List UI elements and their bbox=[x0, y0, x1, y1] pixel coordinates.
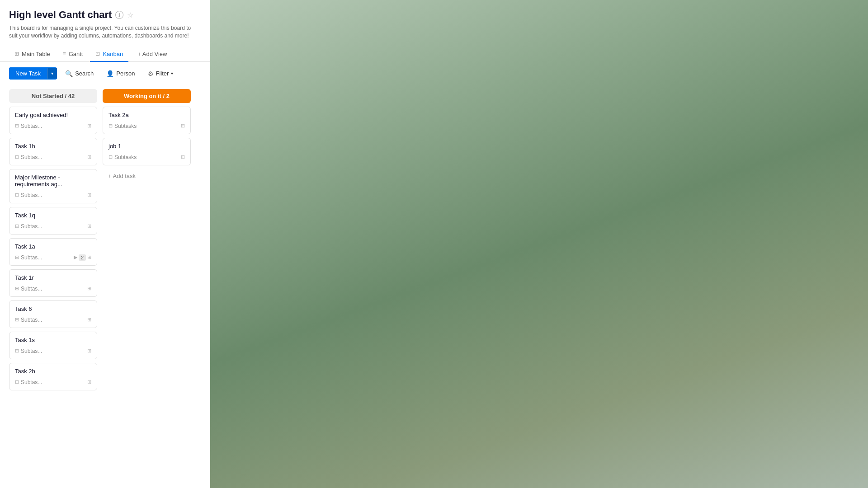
tabs-row: ⊞ Main Table ≡ Gantt ⊡ Kanban + Add View bbox=[0, 47, 210, 62]
subtask-label: ⊟ Subtas... bbox=[15, 154, 42, 160]
subtask-icon: ⊟ bbox=[15, 223, 19, 229]
page-title: High level Gantt chart bbox=[9, 9, 112, 21]
grid-icon: ⊞ bbox=[87, 286, 91, 291]
subtask-count-row: ▶ 2 ⊞ bbox=[74, 254, 91, 261]
new-task-button[interactable]: New Task ▾ bbox=[9, 67, 57, 80]
not-started-task-list: Early goal achieved! ⊟ Subtas... ⊞ Task … bbox=[9, 107, 97, 394]
task-card: Task 2b ⊟ Subtas... ⊞ bbox=[9, 363, 97, 390]
subtask-label: ⊟ Subtas... bbox=[15, 286, 42, 292]
background-image bbox=[210, 0, 868, 488]
task-title: job 1 bbox=[103, 138, 190, 152]
subtask-text: Subtasks bbox=[114, 154, 137, 160]
subtask-label: ⊟ Subtasks bbox=[108, 154, 137, 160]
tab-main-table[interactable]: ⊞ Main Table bbox=[9, 47, 56, 62]
task-title: Task 1h bbox=[9, 138, 97, 152]
add-view-button[interactable]: + Add View bbox=[132, 47, 172, 61]
app-container: High level Gantt chart ℹ ☆ This board is… bbox=[0, 0, 868, 488]
subtask-label: ⊟ Subtas... bbox=[15, 348, 42, 354]
grid-icon: ⊞ bbox=[87, 123, 91, 129]
tab-kanban[interactable]: ⊡ Kanban bbox=[90, 47, 128, 62]
task-subtask-row: ⊟ Subtasks ⊞ bbox=[103, 152, 190, 165]
count-badge: 2 bbox=[79, 254, 86, 261]
filter-button[interactable]: ⚙ Filter ▾ bbox=[143, 67, 178, 80]
task-subtask-row: ⊟ Subtas... ⊞ bbox=[9, 152, 97, 165]
subtask-text: Subtas... bbox=[21, 348, 42, 354]
info-icon[interactable]: ℹ bbox=[115, 11, 123, 19]
task-title: Early goal achieved! bbox=[9, 107, 97, 121]
subtask-text: Subtasks bbox=[114, 123, 137, 129]
tab-kanban-label: Kanban bbox=[103, 51, 123, 57]
add-view-label: + Add View bbox=[137, 51, 167, 57]
subtask-icon: ⊟ bbox=[15, 379, 19, 385]
subtask-text: Subtas... bbox=[21, 192, 42, 198]
person-icon: 👤 bbox=[106, 70, 114, 77]
task-card: Task 2a ⊟ Subtasks ⊞ bbox=[103, 107, 191, 134]
column-working-header: Working on it / 2 bbox=[103, 89, 191, 103]
task-subtask-row: ⊟ Subtas... ⊞ bbox=[9, 315, 97, 328]
grid-icon: ⊞ bbox=[87, 192, 91, 198]
left-panel: High level Gantt chart ℹ ☆ This board is… bbox=[0, 0, 210, 488]
subtask-text: Subtas... bbox=[21, 379, 42, 385]
person-filter-button[interactable]: 👤 Person bbox=[102, 67, 139, 80]
add-task-label: + Add task bbox=[108, 173, 136, 179]
task-title: Task 1a bbox=[9, 239, 97, 253]
task-card: Early goal achieved! ⊟ Subtas... ⊞ bbox=[9, 107, 97, 134]
subtask-icon: ⊟ bbox=[15, 154, 19, 160]
subtask-label: ⊟ Subtas... bbox=[15, 379, 42, 385]
search-label: Search bbox=[75, 70, 94, 77]
task-card: Task 1q ⊟ Subtas... ⊞ bbox=[9, 207, 97, 235]
task-subtask-row: ⊟ Subtas... ⊞ bbox=[9, 377, 97, 390]
task-subtask-row: ⊟ Subtas... ▶ 2 ⊞ bbox=[9, 253, 97, 265]
tab-gantt[interactable]: ≡ Gantt bbox=[57, 47, 89, 62]
filter-icon: ⚙ bbox=[148, 70, 154, 77]
subtask-label: ⊟ Subtas... bbox=[15, 317, 42, 323]
subtask-text: Subtas... bbox=[21, 286, 42, 292]
subtask-icon: ⊟ bbox=[15, 317, 19, 323]
column-not-started-header: Not Started / 42 bbox=[9, 89, 97, 103]
right-panel bbox=[210, 0, 868, 488]
board-subtitle: This board is for managing a single proj… bbox=[9, 24, 201, 40]
grid-icon: ⊞ bbox=[87, 223, 91, 229]
search-button[interactable]: 🔍 Search bbox=[61, 67, 98, 80]
grid-icon: ⊞ bbox=[87, 254, 91, 260]
grid-icon: ⊞ bbox=[87, 154, 91, 160]
subtask-icon: ⊟ bbox=[15, 348, 19, 354]
subtask-icon: ⊟ bbox=[15, 286, 19, 291]
task-title: Task 1q bbox=[9, 207, 97, 221]
new-task-dropdown[interactable]: ▾ bbox=[47, 68, 57, 79]
table-icon: ⊞ bbox=[14, 51, 19, 57]
subtask-icon: ⊟ bbox=[15, 192, 19, 198]
task-card: Task 1r ⊟ Subtas... ⊞ bbox=[9, 269, 97, 297]
subtask-text: Subtas... bbox=[21, 223, 42, 230]
task-card: Task 1a ⊟ Subtas... ▶ 2 ⊞ bbox=[9, 238, 97, 266]
search-icon: 🔍 bbox=[65, 70, 73, 77]
add-task-button[interactable]: + Add task bbox=[103, 169, 191, 183]
subtask-label: ⊟ Subtas... bbox=[15, 123, 42, 129]
subtask-label: ⊟ Subtasks bbox=[108, 123, 137, 129]
task-subtask-row: ⊟ Subtas... ⊞ bbox=[9, 284, 97, 296]
task-title: Task 2a bbox=[103, 107, 190, 121]
title-row: High level Gantt chart ℹ ☆ bbox=[9, 9, 201, 21]
expand-icon[interactable]: ▶ bbox=[74, 254, 77, 260]
task-subtask-row: ⊟ Subtas... ⊞ bbox=[9, 190, 97, 203]
grid-icon: ⊞ bbox=[87, 317, 91, 323]
task-card: Task 6 ⊟ Subtas... ⊞ bbox=[9, 300, 97, 328]
task-subtask-row: ⊟ Subtas... ⊞ bbox=[9, 346, 97, 359]
task-subtask-row: ⊟ Subtas... ⊞ bbox=[9, 221, 97, 234]
star-icon[interactable]: ☆ bbox=[127, 11, 133, 19]
new-task-main[interactable]: New Task bbox=[9, 67, 47, 80]
person-label: Person bbox=[116, 70, 135, 77]
filter-chevron-icon: ▾ bbox=[171, 71, 173, 76]
task-card: Task 1h ⊟ Subtas... ⊞ bbox=[9, 138, 97, 165]
filter-label: Filter bbox=[156, 70, 169, 77]
task-title: Task 6 bbox=[9, 301, 97, 315]
header: High level Gantt chart ℹ ☆ This board is… bbox=[0, 0, 210, 47]
subtask-text: Subtas... bbox=[21, 254, 42, 261]
subtask-label: ⊟ Subtas... bbox=[15, 192, 42, 198]
task-title: Task 1r bbox=[9, 270, 97, 284]
tab-gantt-label: Gantt bbox=[69, 51, 83, 57]
task-card: job 1 ⊟ Subtasks ⊞ bbox=[103, 138, 191, 165]
grid-icon: ⊞ bbox=[87, 348, 91, 354]
subtask-icon: ⊟ bbox=[108, 154, 113, 160]
subtask-icon: ⊟ bbox=[15, 123, 19, 129]
